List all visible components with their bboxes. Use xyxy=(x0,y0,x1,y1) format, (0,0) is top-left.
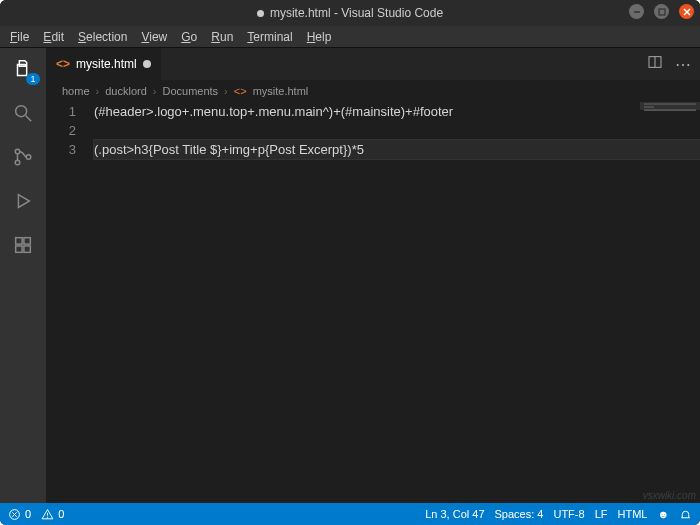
html-file-icon: <> xyxy=(56,57,70,71)
status-lncol[interactable]: Ln 3, Col 47 xyxy=(425,508,484,520)
maximize-button[interactable] xyxy=(654,4,669,19)
svg-rect-13 xyxy=(24,246,30,252)
breadcrumb-segment[interactable]: Documents xyxy=(162,85,218,97)
minimap[interactable] xyxy=(640,102,700,503)
activitybar: 1 xyxy=(0,48,46,503)
status-language[interactable]: HTML xyxy=(617,508,647,520)
svg-point-8 xyxy=(26,155,31,160)
tab-mysite-html[interactable]: <> mysite.html xyxy=(46,48,162,80)
search-icon[interactable] xyxy=(10,100,36,126)
line-number: 3 xyxy=(46,140,76,159)
chevron-right-icon: › xyxy=(224,85,228,97)
tab-actions: ⋯ xyxy=(639,48,700,80)
svg-line-5 xyxy=(26,116,32,122)
chevron-right-icon: › xyxy=(96,85,100,97)
extensions-icon[interactable] xyxy=(10,232,36,258)
explorer-badge: 1 xyxy=(26,73,39,85)
main-column: <> mysite.html ⋯ home › ducklord › Docum… xyxy=(46,48,700,503)
svg-rect-10 xyxy=(16,238,22,244)
menu-view[interactable]: View xyxy=(135,28,173,46)
watermark: vsxwiki.com xyxy=(643,490,696,501)
code-line[interactable] xyxy=(94,121,700,140)
menu-run[interactable]: Run xyxy=(205,28,239,46)
tab-label: mysite.html xyxy=(76,57,137,71)
breadcrumb-segment[interactable]: home xyxy=(62,85,90,97)
status-spaces[interactable]: Spaces: 4 xyxy=(495,508,544,520)
breadcrumb: home › ducklord › Documents › <> mysite.… xyxy=(46,80,700,102)
code-line[interactable]: (.post>h3{Post Title $}+img+p{Post Excer… xyxy=(94,140,700,159)
editor[interactable]: 1 2 3 (#header>.logo+.menu.top+.menu.mai… xyxy=(46,102,700,503)
titlebar: mysite.html - Visual Studio Code xyxy=(0,0,700,26)
svg-marker-9 xyxy=(18,195,29,208)
close-button[interactable] xyxy=(679,4,694,19)
line-number: 1 xyxy=(46,102,76,121)
chevron-right-icon: › xyxy=(153,85,157,97)
code-area[interactable]: (#header>.logo+.menu.top+.menu.main^)+(#… xyxy=(94,102,700,503)
status-eol[interactable]: LF xyxy=(595,508,608,520)
line-number: 2 xyxy=(46,121,76,140)
breadcrumb-segment[interactable]: mysite.html xyxy=(253,85,309,97)
vscode-window: mysite.html - Visual Studio Code File Ed… xyxy=(0,0,700,525)
status-notifications-icon[interactable] xyxy=(679,508,692,521)
tab-dirty-icon xyxy=(143,60,151,68)
status-warnings-count: 0 xyxy=(58,508,64,520)
run-debug-icon[interactable] xyxy=(10,188,36,214)
tabbar: <> mysite.html ⋯ xyxy=(46,48,700,80)
split-editor-icon[interactable] xyxy=(647,54,663,74)
menu-terminal[interactable]: Terminal xyxy=(241,28,298,46)
menu-go[interactable]: Go xyxy=(175,28,203,46)
svg-rect-1 xyxy=(659,9,665,15)
line-number-gutter: 1 2 3 xyxy=(46,102,94,503)
source-control-icon[interactable] xyxy=(10,144,36,170)
minimap-viewport[interactable] xyxy=(640,102,700,110)
menu-edit[interactable]: Edit xyxy=(37,28,70,46)
status-feedback-icon[interactable]: ☻ xyxy=(657,508,669,520)
svg-point-7 xyxy=(15,160,20,165)
breadcrumb-segment[interactable]: ducklord xyxy=(105,85,147,97)
svg-point-4 xyxy=(16,106,27,117)
more-actions-icon[interactable]: ⋯ xyxy=(675,55,692,74)
minimize-button[interactable] xyxy=(629,4,644,19)
svg-rect-11 xyxy=(24,238,30,244)
html-file-icon: <> xyxy=(234,85,247,97)
status-errors-count: 0 xyxy=(25,508,31,520)
svg-point-6 xyxy=(15,149,20,154)
explorer-icon[interactable]: 1 xyxy=(10,56,36,82)
menu-help[interactable]: Help xyxy=(301,28,338,46)
status-encoding[interactable]: UTF-8 xyxy=(553,508,584,520)
window-controls xyxy=(629,4,694,19)
svg-rect-12 xyxy=(16,246,22,252)
status-errors[interactable]: 0 xyxy=(8,508,31,521)
code-line[interactable]: (#header>.logo+.menu.top+.menu.main^)+(#… xyxy=(94,102,700,121)
modified-dot-icon xyxy=(257,10,264,17)
window-title: mysite.html - Visual Studio Code xyxy=(270,6,443,20)
menubar: File Edit Selection View Go Run Terminal… xyxy=(0,26,700,48)
statusbar: 0 0 Ln 3, Col 47 Spaces: 4 UTF-8 LF HTML… xyxy=(0,503,700,525)
status-warnings[interactable]: 0 xyxy=(41,508,64,521)
svg-point-20 xyxy=(47,516,48,517)
body-area: 1 <> mysite.html xyxy=(0,48,700,503)
menu-file[interactable]: File xyxy=(4,28,35,46)
menu-selection[interactable]: Selection xyxy=(72,28,133,46)
